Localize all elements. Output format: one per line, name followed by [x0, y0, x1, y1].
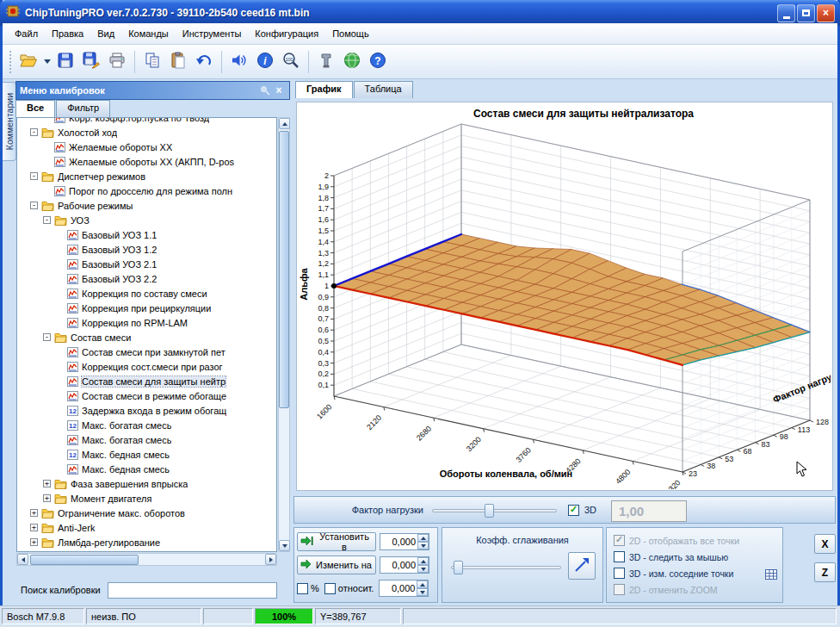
- tree-item[interactable]: -УОЗ: [17, 213, 276, 227]
- expand-icon[interactable]: +: [30, 509, 38, 517]
- expand-icon[interactable]: +: [30, 538, 38, 546]
- pin-icon[interactable]: [258, 84, 272, 97]
- tree-item[interactable]: Состав смеси в режиме обогаще: [17, 388, 276, 403]
- online-button[interactable]: [339, 49, 365, 75]
- menu-item-edit[interactable]: Правка: [45, 25, 90, 42]
- tree-item[interactable]: +Датчики и исп. механизмы: [17, 549, 276, 552]
- scale-button[interactable]: [568, 552, 596, 580]
- comments-tab[interactable]: Комментарии: [3, 82, 16, 161]
- expand-icon[interactable]: +: [43, 480, 51, 487]
- tree-item[interactable]: Состав смеси при замкнутой пет: [17, 345, 276, 359]
- spinner-arrows[interactable]: [417, 534, 429, 549]
- set-value-spinner[interactable]: 0,000: [380, 533, 429, 550]
- set-value-field[interactable]: 0,000: [380, 534, 417, 549]
- collapse-icon[interactable]: -: [30, 202, 38, 209]
- tree-item[interactable]: Базовый УОЗ 2.1: [17, 257, 276, 271]
- tree-item[interactable]: Базовый УОЗ 1.1: [17, 227, 276, 242]
- expand-icon[interactable]: +: [30, 524, 38, 531]
- save-button[interactable]: [52, 49, 78, 75]
- tree-item[interactable]: Желаемые обороты ХХ: [17, 140, 276, 154]
- tree-item[interactable]: Макс. бедная смесь: [17, 462, 276, 476]
- tree-item[interactable]: 12Задержка входа в режим обогащ: [17, 403, 276, 418]
- tree-item[interactable]: 12Макс. богатая смесь: [17, 418, 276, 432]
- relative-checkbox[interactable]: [324, 583, 336, 594]
- tree-vertical-scrollbar[interactable]: [278, 117, 290, 552]
- menu-item-help[interactable]: Помощь: [325, 25, 376, 42]
- collapse-icon[interactable]: -: [30, 172, 38, 180]
- close-button[interactable]: ×: [817, 4, 835, 22]
- paste-button[interactable]: [165, 49, 191, 75]
- tree-item[interactable]: Макс. богатая смесь: [17, 432, 276, 447]
- speaker-button[interactable]: [226, 49, 252, 75]
- slider-thumb[interactable]: [454, 561, 463, 574]
- tree-item[interactable]: -Диспетчер режимов: [17, 169, 276, 183]
- set-value-button[interactable]: Установить в: [297, 532, 376, 551]
- collapse-icon[interactable]: -: [30, 128, 38, 136]
- tree-item[interactable]: Коррекция по RPM-LAM: [17, 315, 276, 330]
- maximize-button[interactable]: [797, 4, 815, 22]
- slider-thumb[interactable]: [485, 504, 494, 518]
- tree-item[interactable]: Корр. коэфф.гор.пуска по Твозд: [17, 117, 276, 125]
- tree-item[interactable]: Коррекция сост.смеси при разог: [17, 359, 276, 374]
- tree-item[interactable]: Коррекция при рециркуляции: [17, 301, 276, 315]
- tree-item[interactable]: +Лямбда-регулирование: [17, 535, 276, 549]
- percent-checkbox[interactable]: [297, 583, 308, 594]
- collapse-icon[interactable]: -: [43, 216, 51, 224]
- tools-button[interactable]: [313, 49, 339, 75]
- option-checkbox[interactable]: [614, 551, 625, 562]
- expand-icon[interactable]: +: [43, 494, 51, 502]
- z-axis-button[interactable]: Z: [814, 562, 836, 582]
- zoom-button[interactable]: 100: [278, 49, 304, 75]
- tree-item[interactable]: +Момент двигателя: [17, 491, 276, 506]
- search-input[interactable]: [108, 582, 277, 599]
- open-dropdown-button[interactable]: [41, 49, 52, 75]
- tree-item[interactable]: Состав смеси для защиты нейтр: [17, 374, 276, 388]
- sidebar-tab-all[interactable]: Все: [15, 100, 55, 117]
- change-value-field[interactable]: 0,000: [380, 557, 417, 573]
- view-tab-graph[interactable]: График: [295, 81, 353, 98]
- x-axis-button[interactable]: X: [814, 534, 836, 554]
- view-tab-table[interactable]: Таблица: [354, 81, 413, 98]
- option-checkbox[interactable]: [614, 568, 625, 579]
- tree-item[interactable]: Порог по дросселю для режима полн: [17, 183, 276, 198]
- copy-button[interactable]: [139, 49, 165, 75]
- info-button[interactable]: i: [252, 49, 278, 75]
- scroll-left-button[interactable]: [17, 554, 28, 565]
- percent-value-field[interactable]: 0,000: [380, 580, 417, 596]
- tree-item[interactable]: Желаемые обороты ХХ (АКПП, D-pos: [17, 154, 276, 169]
- spinner-arrows[interactable]: [417, 580, 428, 596]
- tree-item[interactable]: Коррекция по составу смеси: [17, 286, 276, 301]
- spinner-arrows[interactable]: [417, 557, 429, 573]
- tree-item[interactable]: -Состав смеси: [17, 330, 276, 345]
- smoothing-slider[interactable]: [451, 561, 561, 574]
- tree-item[interactable]: Базовый УОЗ 2.2: [17, 271, 276, 286]
- panel-close-icon[interactable]: ×: [272, 84, 286, 97]
- save-as-button[interactable]: [78, 49, 104, 75]
- load-factor-slider[interactable]: [432, 504, 557, 518]
- scroll-up-button[interactable]: [279, 118, 290, 129]
- horizontal-scrollbar-thumb[interactable]: [30, 555, 139, 565]
- print-button[interactable]: [104, 49, 130, 75]
- tree-item[interactable]: +Anti-Jerk: [17, 520, 276, 535]
- tree-item[interactable]: +Фаза завершения впрыска: [17, 476, 276, 491]
- tree-item[interactable]: -Рабочие режимы: [17, 198, 276, 213]
- minimize-button[interactable]: [777, 4, 795, 22]
- chart-canvas[interactable]: 0,10,20,30,40,50,60,70,80,911,11,21,31,4…: [296, 102, 833, 491]
- menu-item-file[interactable]: Файл: [8, 25, 45, 42]
- scroll-right-button[interactable]: [265, 554, 276, 565]
- scroll-down-button[interactable]: [279, 540, 290, 551]
- open-button[interactable]: [15, 49, 41, 75]
- menu-item-tools[interactable]: Инструменты: [176, 25, 249, 42]
- tree-item[interactable]: Базовый УОЗ 1.2: [17, 242, 276, 257]
- tree-horizontal-scrollbar[interactable]: [16, 553, 277, 566]
- percent-value-spinner[interactable]: 0,000: [379, 580, 429, 597]
- collapse-icon[interactable]: -: [43, 333, 51, 341]
- tree-item[interactable]: 12Макс. бедная смесь: [17, 447, 276, 462]
- 3d-checkbox[interactable]: [568, 505, 579, 516]
- tree-item[interactable]: -Холостой ход: [17, 125, 276, 140]
- undo-button[interactable]: [191, 49, 217, 75]
- help-button[interactable]: ?: [365, 49, 391, 75]
- vertical-scrollbar-thumb[interactable]: [279, 131, 289, 408]
- change-value-spinner[interactable]: 0,000: [380, 556, 429, 574]
- menu-item-view[interactable]: Вид: [90, 25, 121, 42]
